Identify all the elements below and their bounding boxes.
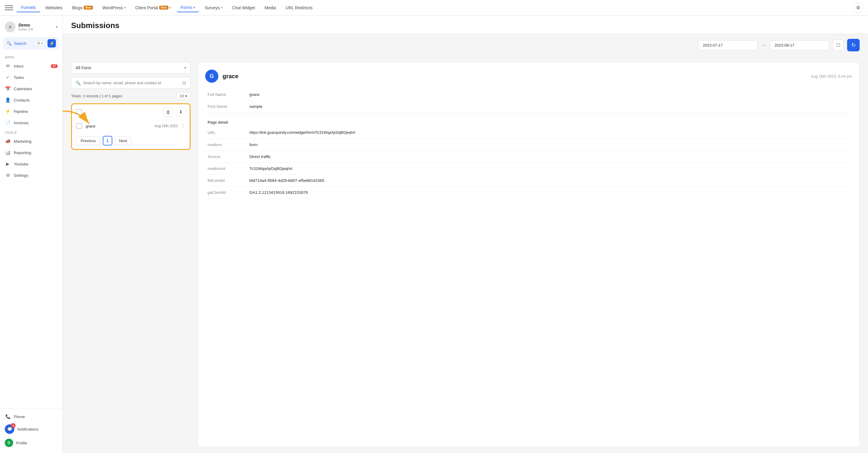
contacts-icon: 👤 [5, 97, 11, 103]
calendar-icon[interactable]: ☐ [833, 40, 843, 51]
sidebar-item-settings[interactable]: ⚙ Settings [0, 170, 62, 181]
contact-date: Aug 16th 2023, 6:44 pm [811, 74, 852, 78]
sidebar-profile[interactable]: G Profile [0, 436, 62, 449]
field-row-firstname: First Name sample [205, 101, 852, 112]
page-detail-table: URL https://link.goacquirely.com/widget/… [205, 127, 852, 199]
table-actions: 🗑 ⬇ [163, 107, 185, 117]
nav-blogs[interactable]: Blogs New [68, 4, 97, 12]
nav-wordpress-label: WordPress [102, 5, 123, 10]
contact-name: grace [222, 73, 806, 80]
nav-client-portal[interactable]: Client Portal New ▾ [131, 4, 175, 12]
totals-row: Totals: 1 records | 1 of 1 pages 10 ▾ [71, 92, 191, 100]
sidebar-item-settings-label: Settings [14, 173, 28, 178]
page-field-value-medium: form [247, 139, 852, 151]
global-search[interactable]: 🔍 Search ⌘ K ⚡ [3, 37, 59, 50]
sidebar-item-calendars[interactable]: 📅 Calendars [0, 83, 62, 94]
nav-url-redirects-label: URL Redirects [285, 5, 313, 10]
sidebar-item-reporting[interactable]: 📊 Reporting [0, 147, 62, 158]
row-menu-icon[interactable]: ⋮ [181, 123, 185, 129]
sidebar-bottom: 📞 Phone 💬 4 Notifications G Profile [0, 409, 62, 449]
user-profile-row[interactable]: A Demo Irvine, CA ▾ [0, 19, 62, 37]
page-field-label-fbeventid: fbEventId [205, 175, 247, 187]
sidebar-item-inbox-label: Inbox [14, 64, 24, 68]
sidebar-item-marketing[interactable]: 📣 Marketing [0, 136, 62, 147]
page-field-row-url: URL https://link.goacquirely.com/widget/… [205, 127, 852, 139]
nav-surveys-label: Surveys [205, 5, 220, 10]
sidebar-notifications[interactable]: 💬 4 Notifications [0, 422, 62, 436]
row-name: grace [86, 124, 154, 128]
settings-gear-icon[interactable]: ⚙ [853, 3, 863, 13]
filter-icon[interactable]: ⊞ [182, 80, 186, 86]
hamburger-menu[interactable] [5, 4, 13, 12]
nav-media[interactable]: Media [260, 4, 280, 12]
sidebar-item-invoices-label: Invoices [14, 121, 29, 125]
forms-chevron-icon: ▾ [193, 6, 195, 9]
page-header: Submissions [63, 15, 868, 34]
page-field-value-source: Direct traffic [247, 151, 852, 163]
field-label-fullname: Full Name [205, 89, 247, 101]
form-dropdown-chevron-icon: ▾ [184, 66, 186, 70]
tasks-icon: ✓ [5, 74, 11, 80]
nav-client-portal-label: Client Portal [135, 5, 158, 10]
surveys-chevron-icon: ▾ [221, 6, 222, 9]
sidebar-item-pipeline-label: Pipeline [14, 109, 28, 114]
nav-funnels[interactable]: Funnels [17, 3, 40, 12]
top-navigation: Funnels Websites Blogs New WordPress ▾ C… [0, 0, 868, 15]
next-button[interactable]: Next [115, 136, 132, 145]
notifications-badge: 4 [11, 423, 16, 428]
contact-avatar: G [205, 70, 218, 83]
nav-forms[interactable]: Forms ▾ [177, 3, 199, 12]
sidebar-item-inbox[interactable]: ✉ Inbox 17 [0, 60, 62, 72]
sidebar-item-youtube[interactable]: ▶ Youtube [0, 158, 62, 170]
table-row[interactable]: grace Aug 16th 2023 ⋮ [72, 120, 190, 132]
sidebar-item-contacts[interactable]: 👤 Contacts [0, 94, 62, 106]
date-start-input[interactable] [699, 40, 757, 50]
reporting-icon: 📊 [5, 150, 11, 156]
nav-url-redirects[interactable]: URL Redirects [281, 4, 317, 12]
sidebar-item-pipeline[interactable]: ⚡ Pipeline [0, 106, 62, 117]
refresh-button[interactable]: ↻ [847, 39, 860, 51]
calendars-icon: 📅 [5, 86, 11, 92]
profile-avatar: G [5, 439, 13, 447]
search-icon: 🔍 [7, 41, 12, 46]
sidebar-item-invoices[interactable]: 📄 Invoices [0, 117, 62, 128]
client-portal-badge: New [159, 6, 168, 9]
phone-icon: 📞 [5, 414, 11, 420]
nav-surveys[interactable]: Surveys ▾ [200, 4, 227, 12]
delete-button[interactable]: 🗑 [163, 107, 173, 117]
search-input[interactable] [83, 80, 180, 85]
form-filter-dropdown[interactable]: All Form ▾ [71, 62, 191, 73]
nav-chat-widget[interactable]: Chat Widget [228, 4, 259, 12]
pipeline-icon: ⚡ [5, 108, 11, 115]
nav-media-label: Media [265, 5, 276, 10]
row-checkbox[interactable] [76, 123, 82, 129]
form-filter-selected: All Form [75, 65, 91, 70]
page-field-row-gaclientid: gaClientId GA1.2.1213415616.1692153076 [205, 187, 852, 199]
settings-icon: ⚙ [5, 172, 11, 178]
nav-blogs-label: Blogs [72, 5, 83, 10]
sidebar-item-reporting-label: Reporting [14, 151, 31, 155]
search-shortcut: ⌘ K [35, 41, 45, 46]
wordpress-chevron-icon: ▾ [124, 6, 126, 9]
sidebar-item-contacts-label: Contacts [14, 98, 30, 102]
contact-detail-panel: G grace Aug 16th 2023, 6:44 pm Full Name… [198, 62, 860, 447]
select-all-checkbox[interactable] [76, 109, 82, 115]
per-page-value: 10 [180, 94, 184, 98]
download-button[interactable]: ⬇ [176, 107, 185, 117]
apps-section-label: Apps [0, 53, 62, 60]
previous-button[interactable]: Previous [76, 136, 100, 145]
page-field-label-source: Source [205, 151, 247, 163]
sidebar-item-tasks[interactable]: ✓ Tasks [0, 72, 62, 83]
nav-websites[interactable]: Websites [41, 4, 67, 12]
sidebar-notifications-label: Notifications [17, 427, 38, 431]
bolt-icon[interactable]: ⚡ [48, 39, 56, 47]
sidebar-phone[interactable]: 📞 Phone [0, 411, 62, 422]
per-page-select[interactable]: 10 ▾ [177, 92, 191, 100]
row-date: Aug 16th 2023 [154, 124, 178, 128]
user-dropdown-chevron-icon[interactable]: ▾ [56, 25, 58, 29]
nav-wordpress[interactable]: WordPress ▾ [98, 4, 130, 12]
content-area: All Form ▾ 🔍 ⊞ Totals: 1 records | 1 of … [63, 56, 868, 453]
date-end-input[interactable] [770, 40, 829, 50]
field-row-fullname: Full Name grace [205, 89, 852, 101]
contact-header: G grace Aug 16th 2023, 6:44 pm [205, 70, 852, 83]
